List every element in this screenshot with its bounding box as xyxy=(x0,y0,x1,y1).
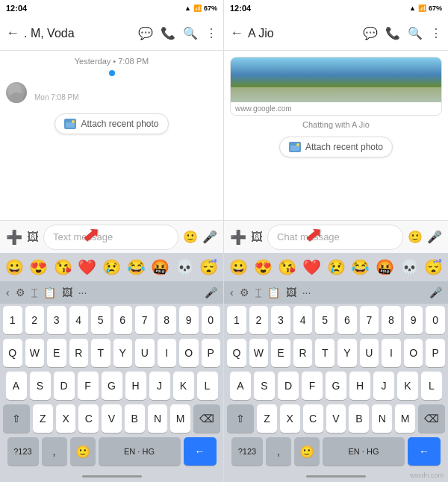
right-emoji-2[interactable]: 😘 xyxy=(276,258,299,276)
right-key-e[interactable]: E xyxy=(271,339,290,367)
right-key-j[interactable]: J xyxy=(373,372,394,400)
right-key-o[interactable]: O xyxy=(404,339,423,367)
left-emoji-5[interactable]: 😂 xyxy=(125,258,148,276)
left-text-input[interactable]: Text message xyxy=(43,225,178,250)
left-key-x[interactable]: X xyxy=(56,404,76,433)
left-emoji-4[interactable]: 😢 xyxy=(100,258,123,276)
right-toolbar-dots[interactable]: ··· xyxy=(302,287,311,298)
left-toolbar-copy[interactable]: 📋 xyxy=(43,287,56,298)
left-key-space[interactable]: EN · HG xyxy=(99,437,181,466)
right-toolbar-gear[interactable]: ⚙ xyxy=(240,287,249,298)
left-emoji-3[interactable]: ❤️ xyxy=(76,258,99,276)
right-key-b[interactable]: B xyxy=(349,404,369,433)
right-key-w[interactable]: W xyxy=(249,339,269,367)
right-toolbar-mic[interactable]: 🎤 xyxy=(429,287,442,298)
left-toolbar-back[interactable]: ‹ xyxy=(6,287,10,298)
right-key-m[interactable]: M xyxy=(395,404,415,433)
right-toolbar-back[interactable]: ‹ xyxy=(230,287,234,298)
left-key-j[interactable]: J xyxy=(149,372,170,400)
right-key-a[interactable]: A xyxy=(230,372,251,400)
left-key-a[interactable]: A xyxy=(6,372,27,400)
left-key-b[interactable]: B xyxy=(125,404,145,433)
left-toolbar-gear[interactable]: ⚙ xyxy=(16,287,25,298)
right-emoji-0[interactable]: 😀 xyxy=(227,258,250,276)
left-toolbar-sticker[interactable]: 🖼 xyxy=(62,287,72,298)
right-toolbar-sticker[interactable]: 🖼 xyxy=(286,287,296,298)
right-key-h[interactable]: H xyxy=(349,372,370,400)
right-key-z[interactable]: Z xyxy=(257,404,277,433)
right-key-g[interactable]: G xyxy=(326,372,346,400)
left-key-s[interactable]: S xyxy=(30,372,51,400)
left-key-h[interactable]: H xyxy=(125,372,146,400)
left-key-0[interactable]: 0 xyxy=(202,306,221,334)
right-emoji-6[interactable]: 🤬 xyxy=(373,258,396,276)
left-key-u[interactable]: U xyxy=(135,339,155,367)
right-mic-icon[interactable]: 🎤 xyxy=(427,230,442,244)
left-key-f[interactable]: F xyxy=(78,372,99,400)
left-emoji-7[interactable]: 💀 xyxy=(173,258,196,276)
right-key-2[interactable]: 2 xyxy=(249,306,269,334)
right-key-t[interactable]: T xyxy=(315,339,335,367)
right-key-1[interactable]: 1 xyxy=(227,306,246,334)
left-emoji-8[interactable]: 😴 xyxy=(198,258,221,276)
right-key-123[interactable]: ?123 xyxy=(231,437,263,466)
left-key-enter[interactable]: ← xyxy=(184,437,217,466)
right-key-s[interactable]: S xyxy=(254,372,275,400)
left-key-q[interactable]: Q xyxy=(3,339,22,367)
left-key-d[interactable]: D xyxy=(54,372,75,400)
left-key-7[interactable]: 7 xyxy=(135,306,155,334)
right-key-i[interactable]: I xyxy=(382,339,401,367)
left-key-6[interactable]: 6 xyxy=(113,306,133,334)
left-emoji-input-icon[interactable]: 🙂 xyxy=(183,230,198,244)
right-key-delete[interactable]: ⌫ xyxy=(418,404,445,433)
right-key-8[interactable]: 8 xyxy=(382,306,401,334)
left-key-4[interactable]: 4 xyxy=(69,306,89,334)
left-emoji-1[interactable]: 😍 xyxy=(28,258,51,276)
right-emoji-7[interactable]: 💀 xyxy=(398,258,421,276)
right-key-4[interactable]: 4 xyxy=(293,306,313,334)
right-call-icon[interactable]: 📞 xyxy=(385,26,400,40)
left-toolbar-cursor[interactable]: ⌶ xyxy=(31,287,37,298)
left-mic-icon[interactable]: 🎤 xyxy=(202,230,217,244)
left-attach-icon[interactable]: 🖼 xyxy=(27,231,39,244)
right-emoji-1[interactable]: 😍 xyxy=(252,258,275,276)
left-key-v[interactable]: V xyxy=(102,404,122,433)
right-key-v[interactable]: V xyxy=(326,404,346,433)
left-key-o[interactable]: O xyxy=(179,339,199,367)
left-key-z[interactable]: Z xyxy=(33,404,53,433)
right-key-y[interactable]: Y xyxy=(337,339,357,367)
right-key-enter[interactable]: ← xyxy=(408,437,441,466)
left-emoji-2[interactable]: 😘 xyxy=(52,258,75,276)
left-key-3[interactable]: 3 xyxy=(47,306,66,334)
right-key-3[interactable]: 3 xyxy=(271,306,290,334)
right-key-6[interactable]: 6 xyxy=(337,306,357,334)
right-key-l[interactable]: L xyxy=(421,372,442,400)
left-key-5[interactable]: 5 xyxy=(91,306,111,334)
left-chat-icon[interactable]: 💬 xyxy=(138,26,153,40)
left-key-m[interactable]: M xyxy=(170,404,190,433)
left-key-comma[interactable]: , xyxy=(42,437,67,466)
right-key-x[interactable]: X xyxy=(280,404,300,433)
right-attach-photo-button[interactable]: Attach recent photo xyxy=(279,137,393,157)
left-emoji-0[interactable]: 😀 xyxy=(3,258,26,276)
right-emoji-input-icon[interactable]: 🙂 xyxy=(408,230,423,244)
right-key-d[interactable]: D xyxy=(278,372,299,400)
right-key-u[interactable]: U xyxy=(360,339,379,367)
left-key-t[interactable]: T xyxy=(91,339,111,367)
left-key-n[interactable]: N xyxy=(148,404,168,433)
right-emoji-4[interactable]: 😢 xyxy=(325,258,348,276)
right-key-r[interactable]: R xyxy=(293,339,313,367)
right-key-n[interactable]: N xyxy=(372,404,392,433)
left-key-shift[interactable]: ⇧ xyxy=(3,404,30,433)
left-more-icon[interactable]: ⋮ xyxy=(205,26,217,40)
left-key-e[interactable]: E xyxy=(47,339,66,367)
left-key-k[interactable]: K xyxy=(173,372,194,400)
right-add-icon[interactable]: ➕ xyxy=(230,229,246,245)
right-toolbar-cursor[interactable]: ⌶ xyxy=(255,287,261,298)
right-key-shift[interactable]: ⇧ xyxy=(227,404,254,433)
left-toolbar-dots[interactable]: ··· xyxy=(78,287,87,298)
right-key-c[interactable]: C xyxy=(303,404,323,433)
left-key-delete[interactable]: ⌫ xyxy=(193,404,220,433)
right-key-p[interactable]: P xyxy=(426,339,445,367)
left-key-123[interactable]: ?123 xyxy=(7,437,39,466)
